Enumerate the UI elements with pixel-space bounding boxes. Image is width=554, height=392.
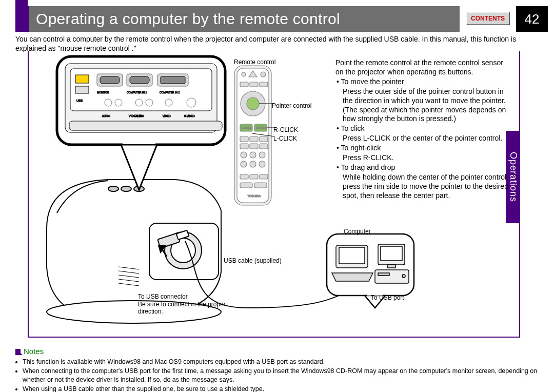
svg-rect-52 bbox=[260, 136, 268, 142]
notes-heading: Notes bbox=[15, 347, 539, 356]
svg-rect-22 bbox=[130, 76, 149, 84]
svg-rect-44 bbox=[240, 82, 248, 87]
svg-rect-51 bbox=[250, 136, 258, 142]
svg-point-58 bbox=[259, 152, 265, 158]
notes-icon bbox=[15, 349, 21, 355]
svg-rect-54 bbox=[250, 144, 258, 149]
svg-rect-50 bbox=[240, 136, 248, 142]
svg-rect-39 bbox=[69, 121, 222, 130]
svg-text:VIDEO: VIDEO bbox=[163, 114, 171, 117]
svg-point-9 bbox=[108, 186, 118, 191]
svg-point-42 bbox=[242, 72, 246, 76]
label-usb-cable: USB cable (supplied) bbox=[224, 257, 282, 264]
label-r-click: R-CLICK bbox=[273, 126, 298, 133]
contents-button[interactable]: CONTENTS bbox=[466, 12, 510, 25]
instr-item-body-3: While holding down the center of the poi… bbox=[335, 173, 510, 201]
svg-point-10 bbox=[121, 186, 131, 191]
svg-point-29 bbox=[187, 98, 196, 107]
svg-text:AUDIO: AUDIO bbox=[102, 114, 110, 117]
label-computer: Computer bbox=[344, 228, 371, 235]
svg-point-24 bbox=[105, 99, 112, 106]
svg-point-28 bbox=[165, 99, 172, 106]
page-frame: Operating a computer by the remote contr… bbox=[11, 6, 545, 386]
intro-text: You can control a computer by the remote… bbox=[15, 35, 518, 53]
svg-point-56 bbox=[241, 152, 247, 158]
svg-text:TOSHIBA: TOSHIBA bbox=[247, 194, 261, 198]
svg-text:USB: USB bbox=[76, 99, 83, 102]
svg-point-25 bbox=[115, 99, 122, 106]
instructions-block: Point the remote control at the remote c… bbox=[335, 58, 510, 201]
svg-rect-55 bbox=[260, 144, 268, 149]
title-purple-accent bbox=[15, 6, 29, 32]
svg-text:L-CLICK: L-CLICK bbox=[242, 126, 252, 129]
svg-rect-62 bbox=[240, 174, 248, 179]
svg-rect-83 bbox=[339, 247, 365, 264]
svg-point-43 bbox=[261, 72, 266, 77]
instr-item-body-2: Press R-CLICK. bbox=[335, 153, 510, 163]
svg-rect-88 bbox=[378, 273, 389, 276]
instr-item-title-3: • To drag and drop bbox=[335, 163, 510, 172]
note-item: When using a USB cable other than the su… bbox=[23, 385, 539, 392]
svg-rect-65 bbox=[240, 183, 252, 188]
svg-text:R-CLICK: R-CLICK bbox=[256, 126, 267, 129]
notes-section: Notes This function is available with Wi… bbox=[15, 347, 539, 392]
page-title: Operating a computer by the remote contr… bbox=[29, 6, 460, 32]
svg-text:AUDIO: AUDIO bbox=[136, 114, 144, 117]
svg-rect-64 bbox=[260, 174, 268, 179]
laptop-icon bbox=[332, 245, 373, 281]
label-pointer-control: Pointer control bbox=[272, 102, 311, 109]
svg-point-60 bbox=[250, 161, 256, 167]
svg-point-89 bbox=[402, 275, 405, 278]
pointer-control-icon bbox=[247, 97, 259, 110]
title-bar: Operating a computer by the remote contr… bbox=[15, 6, 539, 32]
svg-text:MONITOR: MONITOR bbox=[97, 91, 109, 94]
label-be-sure: Be sure to connect in the proper directi… bbox=[138, 301, 246, 316]
label-to-usb-port: To USB port bbox=[371, 294, 404, 301]
svg-rect-53 bbox=[240, 144, 248, 149]
svg-rect-23 bbox=[161, 76, 185, 84]
instr-item-body-1: Press L-CLICK or the center of the point… bbox=[335, 134, 510, 143]
svg-rect-63 bbox=[250, 174, 258, 179]
svg-point-57 bbox=[250, 152, 256, 158]
label-l-click: L-CLICK bbox=[273, 135, 297, 142]
svg-text:COMPUTER IN 1: COMPUTER IN 1 bbox=[127, 91, 147, 94]
notes-heading-text: Notes bbox=[24, 347, 44, 356]
svg-text:S-VIDEO: S-VIDEO bbox=[184, 114, 195, 117]
svg-point-59 bbox=[241, 161, 247, 167]
page-number: 42 bbox=[516, 6, 548, 32]
label-to-usb-connector: To USB connector bbox=[138, 293, 188, 300]
instr-item-title-2: • To right-click bbox=[335, 144, 510, 153]
note-item: When connecting to the computer's USB po… bbox=[23, 367, 539, 384]
label-remote-control: Remote control bbox=[234, 58, 275, 66]
rear-panel-ports-icon: USB VIDEO IN MONITOR COMPUTER IN 1 COMPU… bbox=[65, 64, 222, 132]
svg-rect-17 bbox=[75, 86, 89, 93]
svg-point-61 bbox=[259, 161, 265, 167]
svg-text:COMPUTER IN 2: COMPUTER IN 2 bbox=[160, 91, 180, 94]
note-item: This function is available with Windows9… bbox=[23, 358, 539, 366]
svg-rect-45 bbox=[250, 82, 258, 87]
svg-rect-46 bbox=[260, 82, 268, 87]
svg-point-27 bbox=[146, 99, 153, 106]
instr-item-title-0: • To move the pointer bbox=[335, 77, 510, 87]
instr-item-body-0: Press the outer side of the pointer cont… bbox=[335, 87, 510, 124]
svg-point-26 bbox=[135, 99, 143, 106]
instructions-intro: Point the remote control at the remote c… bbox=[335, 58, 510, 77]
svg-rect-85 bbox=[381, 246, 402, 261]
main-diagram-area: Operations bbox=[28, 51, 520, 338]
instr-item-title-1: • To click bbox=[335, 124, 510, 133]
svg-rect-66 bbox=[254, 183, 267, 188]
svg-rect-86 bbox=[387, 265, 395, 268]
svg-rect-21 bbox=[100, 76, 120, 84]
desktop-icon bbox=[375, 244, 409, 283]
svg-rect-16 bbox=[75, 75, 89, 83]
